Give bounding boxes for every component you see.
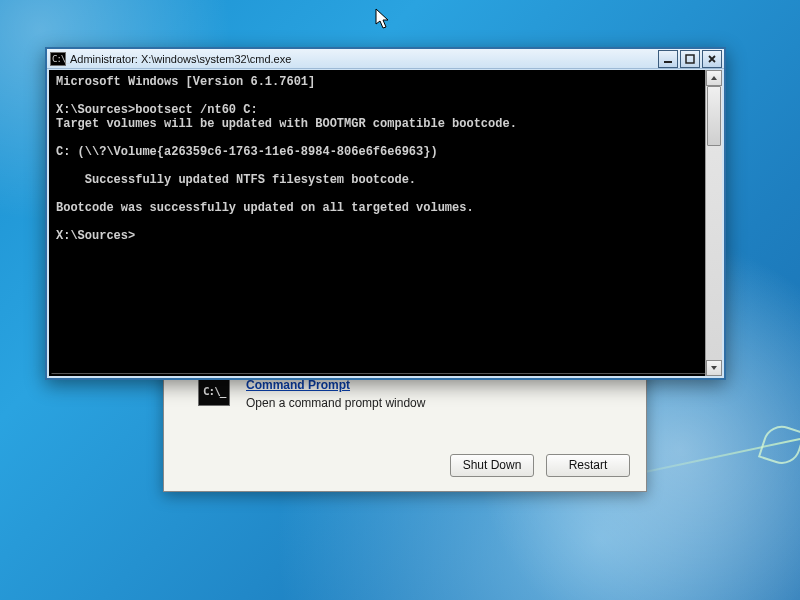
maximize-button[interactable] <box>680 50 700 68</box>
terminal-client-area[interactable]: Microsoft Windows [Version 6.1.7601] X:\… <box>49 70 722 376</box>
titlebar-cmd-icon: C:\_ <box>50 52 66 66</box>
minimize-button[interactable] <box>658 50 678 68</box>
command-prompt-window: C:\_ Administrator: X:\windows\system32\… <box>45 47 726 380</box>
chevron-up-icon <box>710 74 718 82</box>
command-prompt-description: Open a command prompt window <box>246 396 425 410</box>
window-title: Administrator: X:\windows\system32\cmd.e… <box>70 50 654 68</box>
vertical-scrollbar[interactable] <box>705 70 722 376</box>
restart-button[interactable]: Restart <box>546 454 630 477</box>
mouse-cursor <box>375 8 391 30</box>
window-titlebar[interactable]: C:\_ Administrator: X:\windows\system32\… <box>47 49 724 69</box>
desktop-background: C:\_ Command Prompt Open a command promp… <box>0 0 800 600</box>
command-prompt-icon: C:\_ <box>198 378 230 406</box>
scroll-down-button[interactable] <box>706 360 722 376</box>
scroll-up-button[interactable] <box>706 70 722 86</box>
svg-rect-0 <box>664 61 672 63</box>
terminal-output: Microsoft Windows [Version 6.1.7601] X:\… <box>56 75 706 371</box>
minimize-icon <box>663 54 673 64</box>
close-button[interactable] <box>702 50 722 68</box>
shutdown-button[interactable]: Shut Down <box>450 454 534 477</box>
close-icon <box>707 54 717 64</box>
chevron-down-icon <box>710 364 718 372</box>
svg-rect-1 <box>686 55 694 63</box>
command-prompt-link[interactable]: Command Prompt <box>246 378 425 392</box>
scrollbar-thumb[interactable] <box>707 86 721 146</box>
maximize-icon <box>685 54 695 64</box>
